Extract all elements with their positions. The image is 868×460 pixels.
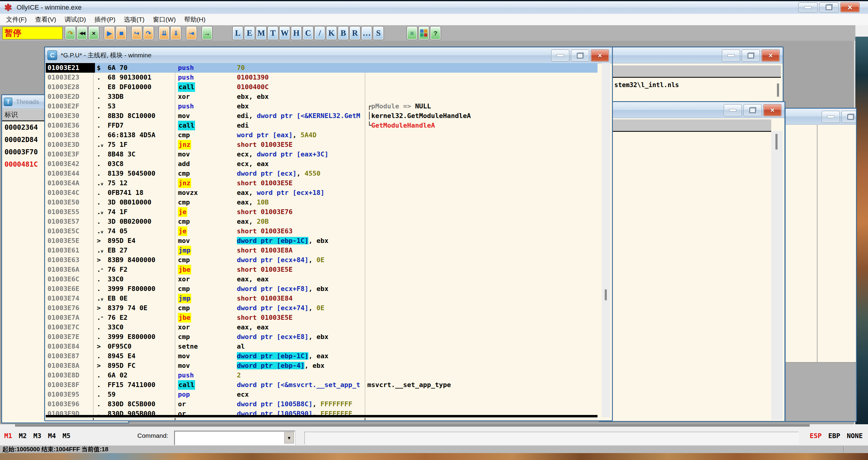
log-window[interactable]: ×	[599, 101, 785, 422]
mark-M2[interactable]: M2	[19, 432, 27, 439]
modules-column-header[interactable]	[597, 65, 781, 78]
module-path-cell[interactable]: stem32\l_intl.nls	[596, 78, 783, 89]
close-button[interactable]: ×	[764, 104, 781, 116]
disasm-row-01003E87[interactable]: 01003E87.8945 E4movdword ptr [ebp-1C], e…	[46, 351, 597, 361]
restart-button[interactable]: ◀◀	[76, 26, 88, 40]
disasm-row-01003E57[interactable]: 01003E57.3D 0B020000cmpeax, 20B	[46, 217, 597, 226]
minimize-button[interactable]	[722, 50, 740, 62]
mark-M5[interactable]: M5	[63, 432, 71, 439]
disasm-row-01003E4A[interactable]: 01003E4A.v75 12jnzshort 01003E5E	[46, 178, 597, 188]
dump-window[interactable]	[785, 108, 857, 422]
mdi-bottom-scrollbar[interactable]	[15, 424, 810, 427]
cpu-titlebar[interactable]: C *G.P.U* - 主线程, 模块 - winmine ×	[45, 47, 612, 63]
disasm-row-01003E2D[interactable]: 01003E2D.33DBxorebx, ebx	[46, 92, 597, 101]
disasm-row-01003E8F[interactable]: 01003E8F.FF15 7411000calldword ptr [<&ms…	[46, 380, 597, 390]
disasm-row-01003E55[interactable]: 01003E55.v74 1Fjeshort 01003E76	[46, 207, 597, 217]
window-breakpoints-button[interactable]: B	[338, 26, 349, 40]
disasm-row-01003E76[interactable]: 01003E76>8379 74 0Ecmpdword ptr [ecx+74]…	[46, 303, 597, 313]
disasm-row-01003E74[interactable]: 01003E74.vEB 0Ejmpshort 01003E84	[46, 294, 597, 303]
menu-item-window[interactable]: 窗口(W)	[151, 14, 178, 25]
disasm-row-01003E84[interactable]: 01003E84>0F95C0setneal	[46, 342, 597, 351]
restore-button[interactable]	[819, 2, 839, 12]
close-program-button[interactable]: ×	[88, 26, 99, 40]
help-button[interactable]: ?	[430, 26, 441, 40]
animate-over-button[interactable]: ⇓	[170, 26, 181, 40]
disasm-scrollbar-thumb[interactable]	[605, 290, 607, 300]
step-over-button[interactable]: ↷	[143, 26, 154, 40]
modules-titlebar[interactable]: ×	[596, 47, 783, 63]
disasm-row-01003E6C[interactable]: 01003E6C.33C0xoreax, eax	[46, 274, 597, 284]
disasm-row-01003E38[interactable]: 01003E38.66:8138 4D5Acmpword ptr [eax], …	[46, 130, 597, 140]
menu-item-debug[interactable]: 调试(D)	[62, 14, 88, 25]
disasm-row-01003E50[interactable]: 01003E50.3D 0B010000cmpeax, 10B	[46, 198, 597, 207]
minimize-button[interactable]	[822, 111, 840, 123]
window-windows-button[interactable]: W	[279, 26, 290, 40]
close-button[interactable]: ×	[840, 2, 860, 12]
menu-item-plugins[interactable]: 插件(P)	[92, 14, 118, 25]
disasm-row-01003E8A[interactable]: 01003E8A>895D FCmovdword ptr [ebp-4], eb…	[46, 361, 597, 370]
disasm-row-01003E28[interactable]: 01003E28.E8 DF010000call0100400C	[46, 82, 597, 92]
disasm-row-01003E61[interactable]: 01003E61.vEB 27jmpshort 01003E8A	[46, 245, 597, 255]
window-executables-button[interactable]: E	[244, 26, 255, 40]
minimize-button[interactable]	[551, 50, 569, 62]
minimize-button[interactable]	[724, 104, 742, 116]
command-dropdown-button[interactable]: ▼	[284, 432, 294, 443]
close-button[interactable]: ×	[762, 50, 780, 62]
disasm-row-01003E3D[interactable]: 01003E3D.v75 1Fjnzshort 01003E5E	[46, 140, 597, 150]
scrollbar-thumb[interactable]	[775, 134, 778, 150]
dump-titlebar[interactable]	[786, 109, 856, 125]
mark-M4[interactable]: M4	[48, 432, 56, 439]
execute-till-return-button[interactable]: ⇥	[186, 26, 197, 40]
pane-divider[interactable]	[817, 125, 817, 362]
menu-item-view[interactable]: 查看(V)	[33, 14, 59, 25]
menu-item-help[interactable]: 帮助(H)	[182, 14, 208, 25]
disasm-row-01003E7E[interactable]: 01003E7E.3999 E800000cmpdword ptr [ecx+E…	[46, 332, 597, 342]
window-handles-button[interactable]: H	[291, 26, 302, 40]
window-log-button[interactable]: L	[232, 26, 243, 40]
breakpoint-list-button[interactable]: ≡	[407, 26, 417, 40]
disasm-row-01003E6A[interactable]: 01003E6A.^76 F2jbeshort 01003E5E	[46, 265, 597, 274]
disasm-row-01003E44[interactable]: 01003E44.8139 5045000cmpdword ptr [ecx],…	[46, 169, 597, 178]
appearance-button[interactable]	[418, 26, 429, 40]
window-run-trace-button[interactable]: …	[361, 26, 372, 40]
disasm-row-01003E42[interactable]: 01003E42.03C8addecx, eax	[46, 159, 597, 169]
cpu-window[interactable]: C *G.P.U* - 主线程, 模块 - winmine × 01003E21…	[44, 47, 613, 421]
disasm-row-01003E96[interactable]: 01003E96.830D 8C5B000ordword ptr [1005B8…	[46, 399, 597, 409]
disasm-row-01003E36[interactable]: 01003E36.FFD7calledi└GetModuleHandleA	[46, 121, 597, 130]
disasm-row-01003E63[interactable]: 01003E63>83B9 8400000cmpdword ptr [ecx+8…	[46, 255, 597, 265]
run-button[interactable]: ▶	[104, 26, 115, 40]
window-call-stack-button[interactable]: K	[326, 26, 337, 40]
log-column-header[interactable]	[601, 119, 771, 132]
maximize-button[interactable]	[842, 111, 857, 123]
disasm-row-01003E21[interactable]: 01003E21$6A 70push70	[46, 63, 597, 73]
maximize-button[interactable]	[571, 50, 589, 62]
disasm-row-01003E6E[interactable]: 01003E6E.3999 F800000cmpdword ptr [ecx+F…	[46, 284, 597, 294]
close-button[interactable]: ×	[591, 50, 609, 62]
maximize-button[interactable]	[744, 104, 762, 116]
mark-M1[interactable]: M1	[4, 432, 12, 439]
disasm-row-01003E3F[interactable]: 01003E3F.8B48 3Cmovecx, dword ptr [eax+3…	[46, 150, 597, 159]
window-patches-button[interactable]: /	[314, 26, 325, 40]
disasm-row-01003E2F[interactable]: 01003E2F.53pushebx┌pModule => NULL	[46, 101, 597, 111]
disasm-row-01003E95[interactable]: 01003E95.59popecx	[46, 390, 597, 399]
disasm-row-01003E5C[interactable]: 01003E5C.v74 05jeshort 01003E63	[46, 226, 597, 236]
modules-window[interactable]: × stem32\l_intl.nls	[595, 47, 783, 103]
disasm-row-01003E4C[interactable]: 01003E4C.0FB741 18movzxeax, word ptr [ec…	[46, 188, 597, 198]
animate-into-button[interactable]: ⇊	[159, 26, 169, 40]
disasm-row-01003E5E[interactable]: 01003E5E>895D E4movdword ptr [ebp-1C], e…	[46, 236, 597, 245]
disasm-row-01003E7A[interactable]: 01003E7A.^76 E2jbeshort 01003E5E	[46, 313, 597, 323]
window-threads-button[interactable]: T	[268, 26, 278, 40]
scrollbar-thumb[interactable]	[777, 84, 779, 97]
disasm-row-01003E30[interactable]: 01003E30.8B3D 8C10000movedi, dword ptr […	[46, 111, 597, 121]
pause-button[interactable]: ▮▮	[116, 26, 127, 40]
menu-item-options[interactable]: 选项(T)	[121, 14, 147, 25]
minimize-button[interactable]	[798, 2, 817, 12]
window-memory-button[interactable]: M	[256, 26, 267, 40]
window-source-button[interactable]: S	[373, 26, 384, 40]
log-titlebar[interactable]: ×	[599, 102, 784, 118]
disasm-row-01003E23[interactable]: 01003E23.68 90130001push01001390	[46, 73, 597, 82]
go-to-address-button[interactable]: →	[202, 26, 213, 40]
disasm-row-01003E8D[interactable]: 01003E8D.6A 02push2	[46, 370, 597, 380]
disasm-row-01003E9D[interactable]: 01003E9D.830D 905B000ordword ptr [1005B9…	[46, 409, 597, 417]
disasm-row-01003E7C[interactable]: 01003E7C.33C0xoreax, eax	[46, 323, 597, 332]
